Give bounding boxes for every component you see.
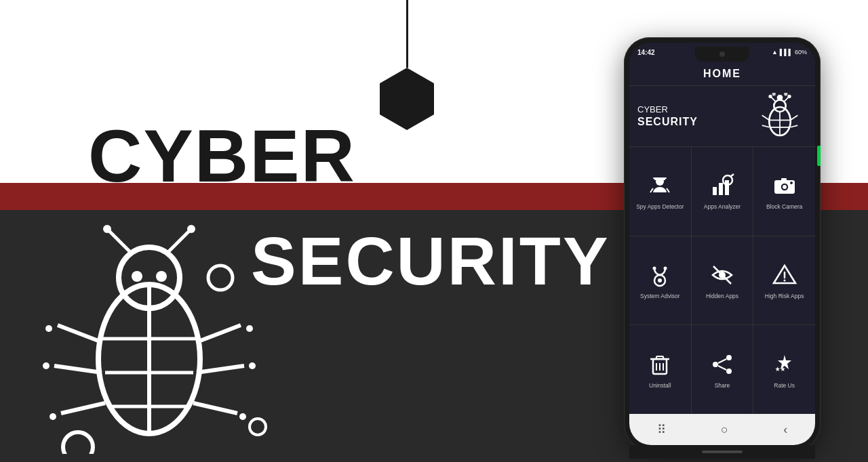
svg-point-72 [713,362,718,367]
hidden-label: Hidden Apps [706,293,738,299]
bug-illustration [20,210,278,454]
signal-icon: ▌▌▌ [780,49,793,56]
security-heading: SECURITY [251,227,610,295]
battery-text: 60% [795,49,807,56]
svg-point-61 [664,266,667,270]
svg-point-73 [726,355,732,360]
svg-rect-49 [719,183,723,195]
nav-bar: ⠿ ○ ‹ [629,414,815,445]
app-spy-detector[interactable]: Spy Apps Detector [629,147,691,236]
app-uninstall[interactable]: Uninstall [629,325,691,414]
svg-point-26 [239,413,246,420]
svg-line-52 [731,174,734,176]
svg-line-34 [784,97,789,102]
banner-icon [753,89,807,144]
health-label: System Advisor [640,293,680,299]
svg-point-18 [63,432,93,454]
camera-icon [771,172,798,199]
svg-rect-45 [653,177,667,179]
svg-line-36 [762,115,770,120]
analyze-label: Apps Analyzer [704,203,741,210]
svg-rect-50 [725,180,729,195]
spy-label: Spy Apps Detector [636,203,684,210]
svg-line-39 [791,125,798,127]
share-label: Share [715,382,730,389]
svg-point-22 [43,362,50,369]
spy-icon [646,172,673,199]
svg-point-59 [658,278,662,282]
share-icon [709,351,736,378]
svg-point-19 [208,266,233,290]
hidden-icon [709,261,736,289]
app-rate[interactable]: Rate Us [753,325,815,414]
svg-point-23 [50,413,56,420]
svg-point-9 [187,225,195,233]
svg-rect-68 [656,356,663,359]
nav-back-icon[interactable]: ‹ [778,417,793,442]
svg-point-33 [768,94,772,98]
svg-point-40 [777,94,783,100]
app-share[interactable]: Share [692,325,753,414]
svg-line-13 [197,325,241,342]
phone-outer: 14:42 ▲ ▌▌▌ 60% HOME CYBER SECURITY [624,37,821,450]
svg-marker-77 [778,355,791,369]
svg-line-32 [771,97,776,102]
svg-point-16 [132,271,142,282]
svg-line-38 [791,115,798,120]
svg-line-47 [667,188,669,192]
app-title: HOME [703,68,741,80]
svg-point-60 [653,266,656,270]
svg-line-8 [166,230,190,254]
svg-point-42 [784,93,787,96]
svg-line-14 [197,366,244,373]
health-icon [646,261,673,289]
svg-point-41 [772,93,776,96]
apps-grid: Spy Apps Detector [629,147,815,414]
warning-icon [771,261,798,289]
cyber-heading: CYBER [88,119,356,193]
app-system-advisor[interactable]: System Advisor [629,236,691,325]
warning-label: High Risk Apps [765,293,804,299]
svg-point-65 [783,279,785,281]
app-analyzer[interactable]: Apps Analyzer [692,147,753,236]
star-icon [771,351,798,378]
trash-label: Uninstall [649,382,671,389]
svg-line-76 [718,366,726,370]
banner-text: CYBER SECURITY [637,104,698,128]
analyze-icon [709,172,736,199]
svg-line-10 [58,325,102,342]
svg-point-57 [790,182,793,184]
app-hidden-apps[interactable]: Hidden Apps [692,236,753,325]
svg-line-37 [762,125,770,127]
svg-point-20 [250,419,266,435]
svg-point-25 [249,362,256,369]
rate-label: Rate Us [774,382,795,389]
hex-line [406,0,408,68]
phone-chin [629,445,815,459]
svg-point-21 [45,325,52,332]
phone-screen: 14:42 ▲ ▌▌▌ 60% HOME CYBER SECURITY [629,43,815,445]
hex-decoration [380,0,434,130]
trash-icon [646,351,673,378]
svg-point-7 [103,225,111,233]
nav-menu-icon[interactable]: ⠿ [652,417,671,442]
svg-rect-48 [713,187,717,195]
status-icons: ▲ ▌▌▌ 60% [772,49,807,56]
app-header: HOME [629,62,815,86]
phone-notch [695,47,749,62]
svg-point-17 [156,271,167,282]
svg-marker-78 [775,366,780,371]
cyber-banner: CYBER SECURITY [629,86,815,147]
banner-subtitle: SECURITY [637,116,698,128]
app-high-risk[interactable]: High Risk Apps [753,236,815,325]
svg-line-63 [713,266,731,284]
svg-point-35 [787,94,791,98]
app-block-camera[interactable]: Block Camera [753,147,815,236]
phone-mockup: 14:42 ▲ ▌▌▌ 60% HOME CYBER SECURITY [624,37,821,450]
nav-home-icon[interactable]: ○ [715,417,734,442]
svg-point-55 [783,185,787,189]
svg-line-12 [61,403,105,413]
svg-line-15 [193,403,237,413]
banner-title: CYBER [637,104,698,116]
hexagon-shape [380,68,434,130]
